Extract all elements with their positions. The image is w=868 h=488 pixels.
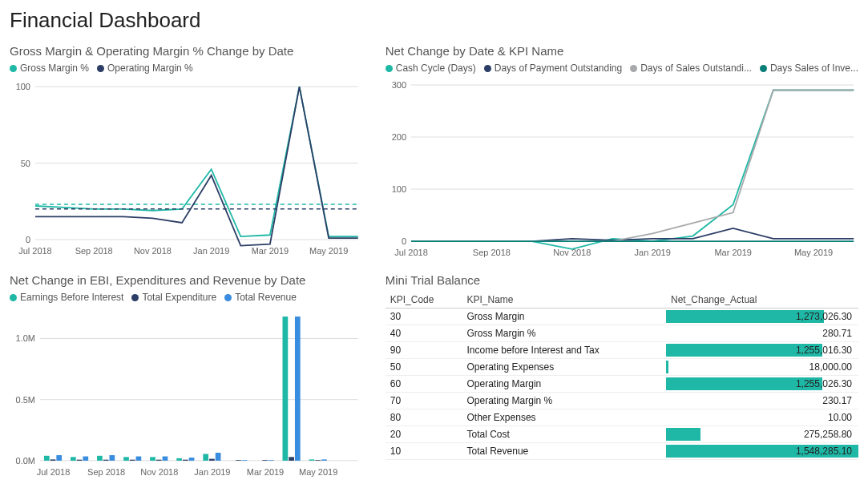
svg-rect-42 — [56, 455, 62, 461]
swatch-icon — [131, 294, 139, 301]
swatch-icon — [10, 65, 17, 72]
legend-item: Operating Margin % — [97, 63, 193, 74]
swatch-icon — [386, 65, 393, 72]
svg-text:0: 0 — [26, 235, 30, 244]
table-row[interactable]: 60Operating Margin1,255,026.30 — [386, 376, 858, 393]
svg-rect-55 — [176, 458, 182, 461]
cell-kpi-code: 10 — [386, 443, 462, 460]
panel-gross-operating: Gross Margin & Operating Margin % Change… — [10, 44, 363, 260]
table-row[interactable]: 90Income before Interest and Tax1,255,01… — [386, 342, 858, 359]
dashboard-grid: Gross Margin & Operating Margin % Change… — [10, 44, 858, 477]
cell-kpi-name: Gross Margin — [462, 309, 666, 325]
svg-text:Jul 2018: Jul 2018 — [18, 246, 52, 256]
cell-net-change: 230.17 — [666, 393, 858, 409]
svg-rect-72 — [321, 459, 327, 461]
svg-rect-56 — [183, 460, 188, 461]
svg-rect-67 — [283, 317, 289, 461]
legend-item: Total Revenue — [224, 292, 297, 303]
cell-kpi-code: 70 — [386, 393, 462, 409]
chart-net-change-kpi[interactable]: 0100200300Jul 2018Sep 2018Nov 2018Jan 20… — [386, 79, 858, 260]
chart-gross-operating[interactable]: 050100Jul 2018Sep 2018Nov 2018Jan 2019Ma… — [10, 79, 363, 260]
svg-rect-50 — [130, 460, 135, 461]
svg-text:May 2019: May 2019 — [309, 246, 348, 256]
cell-net-change: 1,548,285.10 — [666, 443, 858, 460]
svg-text:Jul 2018: Jul 2018 — [37, 467, 71, 477]
cell-kpi-code: 30 — [386, 309, 462, 325]
svg-text:0: 0 — [402, 236, 406, 246]
swatch-icon — [484, 65, 491, 72]
svg-text:100: 100 — [391, 184, 406, 194]
cell-net-change: 280.71 — [666, 325, 858, 342]
cell-net-change: 10.00 — [666, 409, 858, 426]
svg-text:Jan 2019: Jan 2019 — [194, 467, 230, 477]
table-row[interactable]: 70Operating Margin %230.17 — [386, 393, 858, 409]
svg-text:300: 300 — [391, 80, 406, 90]
svg-rect-58 — [203, 454, 208, 461]
svg-rect-63 — [242, 460, 248, 461]
svg-text:Jan 2019: Jan 2019 — [634, 248, 670, 257]
svg-text:May 2019: May 2019 — [299, 467, 337, 477]
legend-item: Cash Cycle (Days) — [386, 63, 476, 74]
cell-net-change: 1,255,016.30 — [666, 342, 858, 359]
svg-rect-71 — [315, 460, 321, 461]
cell-kpi-name: Operating Margin % — [462, 393, 666, 409]
table-row[interactable]: 80Other Expenses10.00 — [386, 409, 858, 426]
svg-rect-52 — [150, 457, 155, 461]
col-header-net-change[interactable]: Net_Change_Actual — [666, 292, 858, 309]
legend-item: Earnings Before Interest — [10, 292, 123, 303]
cell-kpi-name: Operating Margin — [462, 376, 666, 393]
svg-rect-65 — [262, 460, 268, 461]
swatch-icon — [224, 294, 232, 301]
col-header-kpi-name[interactable]: KPI_Name — [462, 292, 666, 309]
svg-rect-70 — [309, 459, 315, 461]
table-row[interactable]: 10Total Revenue1,548,285.10 — [386, 443, 858, 460]
table-row[interactable]: 30Gross Margin1,273,026.30 — [386, 309, 858, 325]
cell-kpi-name: Total Cost — [462, 426, 666, 443]
legend-item: Days Sales of Inve... — [760, 63, 858, 74]
table-row[interactable]: 20Total Cost275,258.80 — [386, 426, 858, 443]
svg-rect-69 — [295, 317, 301, 461]
svg-text:50: 50 — [21, 159, 30, 168]
panel-mini-trial-balance: Mini Trial Balance KPI_Code KPI_Name Net… — [386, 273, 858, 480]
svg-rect-41 — [50, 459, 56, 461]
legend-net-change-kpi: Cash Cycle (Days) Days of Payment Outsta… — [386, 63, 858, 74]
cell-kpi-name: Other Expenses — [462, 409, 666, 426]
chart-ebi-exp-rev[interactable]: 0.0M0.5M1.0MJul 2018Sep 2018Nov 2018Jan … — [10, 308, 363, 480]
cell-kpi-code: 40 — [386, 325, 462, 342]
page-title: Financial Dashboard — [10, 8, 858, 33]
svg-rect-43 — [71, 457, 76, 461]
cell-kpi-name: Operating Expenses — [462, 359, 666, 376]
svg-rect-62 — [236, 460, 241, 461]
col-header-kpi-code[interactable]: KPI_Code — [386, 292, 462, 309]
svg-rect-46 — [97, 456, 103, 461]
svg-text:Sep 2018: Sep 2018 — [75, 246, 113, 256]
svg-rect-49 — [123, 457, 129, 461]
svg-rect-40 — [44, 456, 50, 461]
cell-net-change: 18,000.00 — [666, 359, 858, 376]
table-mini-trial-balance[interactable]: KPI_Code KPI_Name Net_Change_Actual 30Gr… — [386, 292, 858, 460]
swatch-icon — [97, 65, 104, 72]
table-row[interactable]: 40Gross Margin %280.71 — [386, 325, 858, 342]
svg-text:Mar 2019: Mar 2019 — [247, 467, 284, 477]
svg-rect-66 — [268, 460, 274, 461]
svg-rect-51 — [136, 457, 142, 461]
cell-kpi-code: 50 — [386, 359, 462, 376]
legend-gross-operating: Gross Margin % Operating Margin % — [10, 63, 363, 74]
svg-text:0.0M: 0.0M — [16, 456, 35, 466]
table-row[interactable]: 50Operating Expenses18,000.00 — [386, 359, 858, 376]
svg-text:Nov 2018: Nov 2018 — [140, 467, 178, 477]
legend-ebi-exp-rev: Earnings Before Interest Total Expenditu… — [10, 292, 363, 303]
cell-kpi-code: 90 — [386, 342, 462, 359]
svg-rect-54 — [163, 457, 168, 461]
svg-text:May 2019: May 2019 — [794, 248, 833, 257]
svg-rect-59 — [209, 459, 215, 461]
panel-net-change-kpi: Net Change by Date & KPI Name Cash Cycle… — [386, 44, 858, 260]
svg-text:Sep 2018: Sep 2018 — [473, 248, 511, 257]
svg-text:Sep 2018: Sep 2018 — [87, 467, 125, 477]
panel-title-net-change-kpi: Net Change by Date & KPI Name — [386, 44, 858, 58]
cell-kpi-code: 20 — [386, 426, 462, 443]
svg-rect-45 — [83, 457, 88, 461]
cell-kpi-name: Gross Margin % — [462, 325, 666, 342]
swatch-icon — [760, 65, 767, 72]
svg-text:Nov 2018: Nov 2018 — [134, 246, 172, 256]
